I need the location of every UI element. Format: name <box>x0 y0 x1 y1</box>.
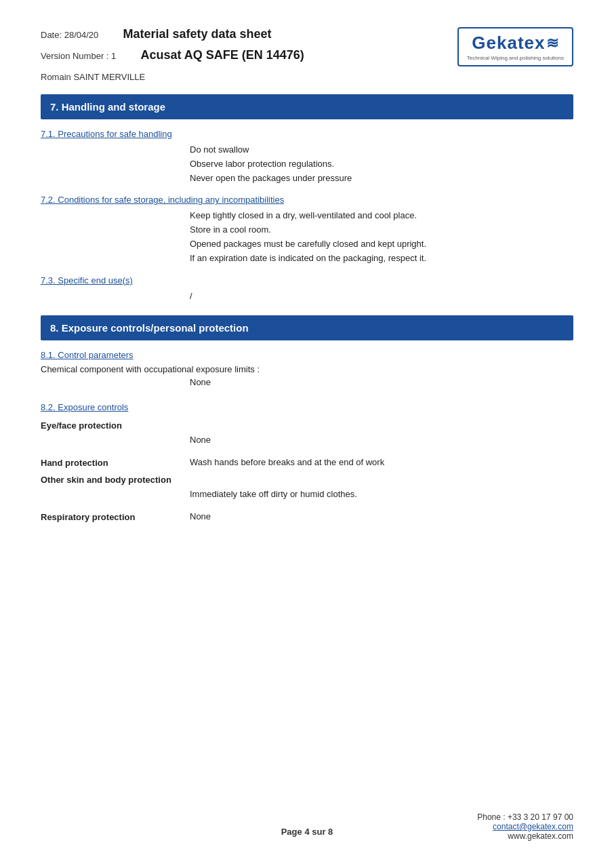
section8-1-content: None <box>190 376 573 390</box>
section7-2-content: Keep tightly closed in a dry, well-venti… <box>190 209 573 265</box>
resp-protection-row: Respiratory protection None <box>41 511 573 522</box>
list-item: Opened packages must be carefully closed… <box>190 237 573 252</box>
subsection-7-2-title: 7.2. Conditions for safe storage, includ… <box>41 195 573 205</box>
list-item: Keep tightly closed in a dry, well-venti… <box>190 209 573 223</box>
resp-protection-label: Respiratory protection <box>41 511 190 522</box>
list-item: Observe labor protection regulations. <box>190 157 573 172</box>
specific-end-use-value: / <box>190 290 573 304</box>
control-params-value: None <box>190 376 573 390</box>
page-number: Page 4 sur 8 <box>281 827 333 837</box>
eye-protection-label: Eye/face protection <box>41 420 573 431</box>
list-item: Do not swallow <box>190 143 573 157</box>
logo-subtitle: Technical Wiping and polishing solutions <box>467 55 564 61</box>
other-protection-label: Other skin and body protection <box>41 475 573 485</box>
page: Date: 28/04/20 Material safety data shee… <box>0 0 614 868</box>
logo-area: Gekatex ≋ Technical Wiping and polishing… <box>457 27 573 66</box>
subsection-7-1-title: 7.1. Precautions for safe handling <box>41 129 573 139</box>
eye-protection-value: None <box>190 433 573 448</box>
hand-protection-value: Wash hands before breaks and at the end … <box>190 457 573 468</box>
resp-protection-value: None <box>190 511 573 522</box>
logo-squiggle: ≋ <box>546 35 558 52</box>
list-item: If an expiration date is indicated on th… <box>190 252 573 266</box>
section8-header: 8. Exposure controls/personal protection <box>41 315 573 340</box>
author-line: Romain SAINT MERVILLE <box>41 72 304 82</box>
eye-value: None <box>190 433 573 448</box>
hand-protection-row: Hand protection Wash hands before breaks… <box>41 457 573 468</box>
document-header: Date: 28/04/20 Material safety data shee… <box>41 27 573 82</box>
section7-1-content: Do not swallow Observe labor protection … <box>190 143 573 185</box>
footer-phone: Phone : +33 3 20 17 97 00 <box>477 812 573 822</box>
date-line: Date: 28/04/20 Material safety data shee… <box>41 27 304 41</box>
other-value: Immediately take off dirty or humid clot… <box>190 488 573 502</box>
other-protection-section: Other skin and body protection Immediate… <box>41 475 573 502</box>
section7-header: 7. Handling and storage <box>41 94 573 119</box>
subsection-8-1-title: 8.1. Control parameters <box>41 350 573 360</box>
version-line: Version Number : 1 Acusat AQ SAFE (EN 14… <box>41 48 304 62</box>
header-left: Date: 28/04/20 Material safety data shee… <box>41 27 304 82</box>
subsection-8-2-title: 8.2. Exposure controls <box>41 402 573 412</box>
section7-3-content: / <box>190 290 573 304</box>
list-item: Never open the packages under pressure <box>190 172 573 186</box>
logo-text: Gekatex <box>472 33 545 54</box>
footer-email[interactable]: contact@gekatex.com <box>493 822 573 831</box>
hand-protection-label: Hand protection <box>41 457 190 468</box>
control-params-intro: Chemical component with occupational exp… <box>41 364 573 374</box>
other-protection-value: Immediately take off dirty or humid clot… <box>190 488 573 502</box>
footer-website: www.gekatex.com <box>477 831 573 841</box>
logo-box: Gekatex ≋ Technical Wiping and polishing… <box>457 27 573 66</box>
list-item: Store in a cool room. <box>190 223 573 237</box>
footer-contact: Phone : +33 3 20 17 97 00 contact@gekate… <box>477 812 573 841</box>
subsection-7-3-title: 7.3. Specific end use(s) <box>41 275 573 285</box>
